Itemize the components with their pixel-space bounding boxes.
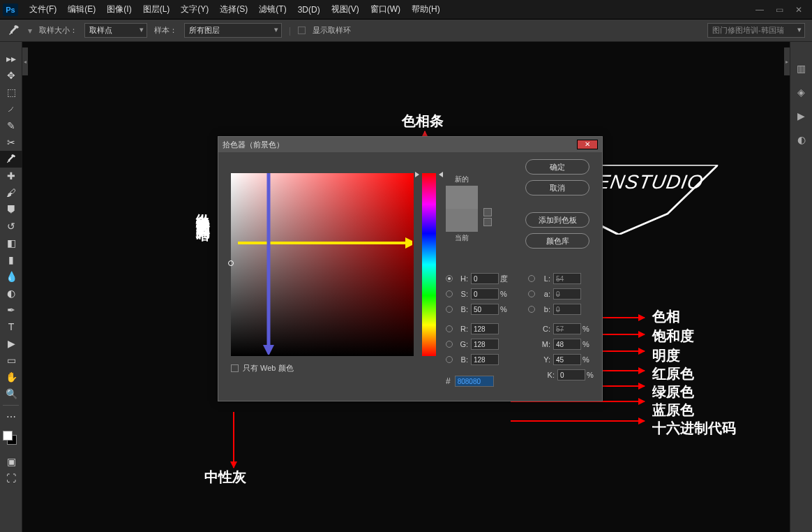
dodge-tool[interactable]: ◐ (0, 285, 22, 302)
input-b2[interactable] (553, 304, 581, 315)
label-m: M: (538, 340, 550, 348)
menu-filter[interactable]: 滤镜(T) (253, 1, 292, 18)
left-collapse-tab[interactable]: ◂ (22, 47, 28, 75)
close-button[interactable]: ✕ (794, 5, 804, 15)
websafe-warning-icon[interactable] (483, 218, 492, 226)
hue-slider[interactable] (422, 173, 436, 356)
color-libraries-button[interactable]: 颜色库 (525, 233, 589, 249)
svg-marker-3 (405, 237, 412, 249)
add-swatch-button[interactable]: 添加到色板 (525, 212, 589, 228)
unit-c: % (581, 325, 591, 333)
sample-layers-label: 样本： (154, 25, 177, 36)
healing-tool[interactable]: ✚ (0, 168, 22, 184)
menu-file[interactable]: 文件(F) (24, 1, 62, 18)
edit-toolbar[interactable]: ⋯ (0, 408, 22, 425)
menu-window[interactable]: 窗口(W) (365, 1, 406, 18)
menu-view[interactable]: 视图(V) (326, 1, 365, 18)
crop-tool[interactable]: ✂ (0, 134, 22, 151)
svg-marker-5 (263, 345, 274, 355)
radio-r[interactable] (446, 325, 453, 332)
maximize-button[interactable]: ▭ (774, 5, 784, 15)
hex-input[interactable] (455, 376, 494, 387)
input-g[interactable] (471, 339, 499, 350)
hand-tool[interactable]: ✋ (0, 369, 22, 385)
radio-l[interactable] (528, 275, 535, 282)
stamp-tool[interactable]: ⛊ (0, 201, 22, 218)
label-s: S: (456, 290, 468, 298)
blur-tool[interactable]: 💧 (0, 268, 22, 285)
menu-type[interactable]: 文字(Y) (175, 1, 214, 18)
brush-tool[interactable]: 🖌 (0, 184, 22, 201)
input-b[interactable] (471, 304, 499, 315)
radio-s[interactable] (446, 290, 453, 297)
path-select-tool[interactable]: ▶ (0, 335, 22, 352)
label-r: R: (456, 325, 468, 333)
menu-layer[interactable]: 图层(L) (137, 1, 176, 18)
web-only-checkbox[interactable] (231, 364, 239, 372)
cancel-button[interactable]: 取消 (525, 180, 589, 195)
radio-b[interactable] (446, 306, 453, 313)
minimize-button[interactable]: — (755, 5, 765, 15)
radio-b3[interactable] (446, 356, 453, 363)
pen-tool[interactable]: ✒ (0, 302, 22, 318)
hue-slider-thumb[interactable] (419, 172, 439, 175)
input-k[interactable] (557, 369, 585, 380)
gamut-warning-icon[interactable] (483, 208, 492, 216)
input-m[interactable] (553, 339, 581, 350)
input-b3[interactable] (471, 354, 499, 365)
radio-a[interactable] (528, 290, 535, 297)
radio-b2[interactable] (528, 306, 535, 313)
input-l[interactable] (553, 273, 581, 284)
menu-help[interactable]: 帮助(H) (406, 1, 446, 18)
histogram-icon[interactable]: ▥ (797, 63, 806, 74)
menu-select[interactable]: 选择(S) (214, 1, 253, 18)
gradient-tool[interactable]: ▮ (0, 251, 22, 268)
sample-size-dropdown[interactable]: 取样点 (84, 23, 147, 38)
right-collapse-tab[interactable]: ▸ (784, 47, 790, 75)
label-b3: B: (456, 355, 468, 364)
eyedropper-tool[interactable] (0, 151, 22, 168)
eraser-tool[interactable]: ◧ (0, 235, 22, 251)
show-ring-checkbox[interactable] (298, 27, 306, 34)
move-tool[interactable]: ✥ (0, 67, 22, 84)
color-swatch[interactable] (3, 431, 19, 448)
input-y[interactable] (553, 354, 581, 365)
radio-g[interactable] (446, 341, 453, 348)
screenmode-tool[interactable]: ⛶ (0, 470, 22, 487)
input-h[interactable] (471, 273, 499, 284)
lasso-tool[interactable]: ⟋ (0, 101, 22, 117)
input-c[interactable] (553, 323, 581, 334)
dialog-titlebar[interactable]: 拾色器（前景色） ✕ (218, 137, 602, 152)
radio-h[interactable] (446, 275, 453, 282)
color-field[interactable] (231, 173, 414, 356)
input-r[interactable] (471, 323, 499, 334)
input-a[interactable] (553, 288, 581, 300)
expand-icon[interactable]: ▸▸ (0, 50, 22, 67)
quick-select-tool[interactable]: ✎ (0, 117, 22, 134)
circle-icon[interactable]: ◐ (797, 134, 806, 145)
menu-3d[interactable]: 3D(D) (292, 2, 326, 17)
preview-current-swatch[interactable] (446, 209, 478, 232)
shape-tool[interactable]: ▭ (0, 352, 22, 369)
type-tool[interactable]: T (0, 318, 22, 335)
anno-hue-bar: 色相条 (402, 112, 444, 131)
menu-image[interactable]: 图像(I) (101, 1, 137, 18)
color-field-marker[interactable] (228, 260, 234, 266)
right-panel: ▥ ◈ ▶ ◐ (790, 42, 812, 532)
sample-layers-dropdown[interactable]: 所有图层 (184, 23, 282, 38)
play-icon[interactable]: ▶ (797, 110, 805, 121)
menu-edit[interactable]: 编辑(E) (62, 1, 101, 18)
anno-hex: 十六进制代码 (652, 419, 736, 438)
workspace-dropdown[interactable]: 图门修图培训-韩国瑞 (707, 23, 805, 38)
label-c: C: (538, 325, 550, 333)
dialog-close-button[interactable]: ✕ (577, 140, 598, 149)
quickmask-tool[interactable]: ▣ (0, 453, 22, 470)
unit-h: 度 (499, 274, 509, 284)
ok-button[interactable]: 确定 (525, 159, 589, 175)
marquee-tool[interactable]: ⬚ (0, 84, 22, 101)
layers-icon[interactable]: ◈ (797, 87, 805, 98)
anno-hue: 色相 (652, 307, 680, 326)
zoom-tool[interactable]: 🔍 (0, 385, 22, 402)
history-brush-tool[interactable]: ↺ (0, 218, 22, 235)
input-s[interactable] (471, 288, 499, 300)
